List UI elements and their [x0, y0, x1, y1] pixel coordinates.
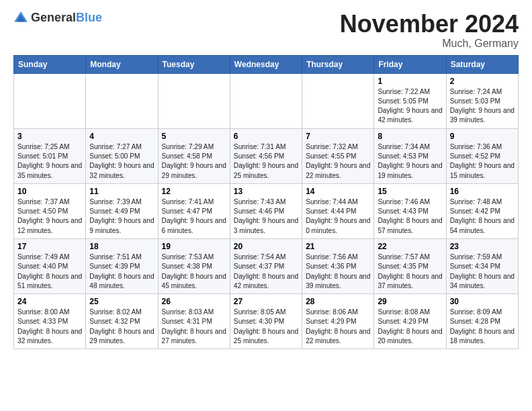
calendar-cell: 25Sunrise: 8:02 AM Sunset: 4:32 PM Dayli…: [86, 294, 158, 349]
calendar-cell: 10Sunrise: 7:37 AM Sunset: 4:50 PM Dayli…: [14, 183, 86, 238]
day-info: Sunrise: 7:46 AM Sunset: 4:43 PM Dayligh…: [378, 198, 442, 234]
week-row-4: 24Sunrise: 8:00 AM Sunset: 4:33 PM Dayli…: [14, 294, 519, 349]
logo-icon: [13, 11, 28, 26]
day-info: Sunrise: 7:31 AM Sunset: 4:56 PM Dayligh…: [234, 143, 298, 179]
day-info: Sunrise: 7:22 AM Sunset: 5:05 PM Dayligh…: [378, 88, 442, 124]
day-info: Sunrise: 7:51 AM Sunset: 4:39 PM Dayligh…: [89, 253, 154, 289]
day-info: Sunrise: 7:32 AM Sunset: 4:55 PM Dayligh…: [306, 143, 370, 179]
day-number: 2: [450, 77, 515, 86]
location: Much, Germany: [340, 38, 519, 50]
day-info: Sunrise: 7:44 AM Sunset: 4:44 PM Dayligh…: [306, 198, 370, 234]
day-number: 24: [17, 297, 82, 306]
day-info: Sunrise: 8:05 AM Sunset: 4:30 PM Dayligh…: [234, 308, 298, 345]
day-number: 18: [89, 242, 154, 251]
calendar-cell: 29Sunrise: 8:08 AM Sunset: 4:29 PM Dayli…: [374, 294, 446, 349]
day-info: Sunrise: 7:25 AM Sunset: 5:01 PM Dayligh…: [17, 143, 82, 179]
day-info: Sunrise: 7:29 AM Sunset: 4:58 PM Dayligh…: [162, 143, 226, 179]
weekday-header-sunday: Sunday: [14, 55, 86, 73]
day-info: Sunrise: 7:56 AM Sunset: 4:36 PM Dayligh…: [306, 253, 370, 289]
day-info: Sunrise: 8:08 AM Sunset: 4:29 PM Dayligh…: [378, 308, 442, 345]
calendar-cell: 24Sunrise: 8:00 AM Sunset: 4:33 PM Dayli…: [14, 294, 86, 349]
day-number: 27: [234, 297, 298, 306]
calendar-table: SundayMondayTuesdayWednesdayThursdayFrid…: [13, 55, 519, 350]
logo-blue: Blue: [76, 11, 102, 24]
day-number: 10: [17, 187, 82, 196]
day-number: 5: [162, 132, 226, 141]
weekday-header-thursday: Thursday: [302, 55, 374, 73]
calendar-cell: 27Sunrise: 8:05 AM Sunset: 4:30 PM Dayli…: [230, 294, 302, 349]
logo-general: General: [31, 11, 76, 24]
calendar-cell: [14, 73, 86, 128]
day-info: Sunrise: 7:53 AM Sunset: 4:38 PM Dayligh…: [162, 253, 226, 289]
day-info: Sunrise: 8:02 AM Sunset: 4:32 PM Dayligh…: [89, 308, 154, 345]
calendar-cell: 30Sunrise: 8:09 AM Sunset: 4:28 PM Dayli…: [446, 294, 518, 349]
day-number: 1: [378, 77, 442, 86]
day-info: Sunrise: 8:09 AM Sunset: 4:28 PM Dayligh…: [450, 308, 515, 345]
day-number: 23: [450, 242, 515, 251]
day-number: 8: [378, 132, 442, 141]
calendar-cell: 17Sunrise: 7:49 AM Sunset: 4:40 PM Dayli…: [14, 238, 86, 293]
calendar-cell: 20Sunrise: 7:54 AM Sunset: 4:37 PM Dayli…: [230, 238, 302, 293]
day-number: 17: [17, 242, 82, 251]
day-info: Sunrise: 7:43 AM Sunset: 4:46 PM Dayligh…: [234, 198, 298, 234]
calendar-cell: 4Sunrise: 7:27 AM Sunset: 5:00 PM Daylig…: [86, 128, 158, 183]
day-info: Sunrise: 7:41 AM Sunset: 4:47 PM Dayligh…: [162, 198, 226, 234]
page: GeneralBlue November 2024 Much, Germany …: [0, 0, 532, 360]
calendar-cell: 26Sunrise: 8:03 AM Sunset: 4:31 PM Dayli…: [158, 294, 230, 349]
day-info: Sunrise: 7:24 AM Sunset: 5:03 PM Dayligh…: [450, 88, 515, 124]
weekday-header-friday: Friday: [374, 55, 446, 73]
day-number: 28: [306, 297, 370, 306]
day-info: Sunrise: 7:57 AM Sunset: 4:35 PM Dayligh…: [378, 253, 442, 289]
calendar-cell: 23Sunrise: 7:59 AM Sunset: 4:34 PM Dayli…: [446, 238, 518, 293]
day-info: Sunrise: 8:03 AM Sunset: 4:31 PM Dayligh…: [162, 308, 226, 345]
calendar-cell: 3Sunrise: 7:25 AM Sunset: 5:01 PM Daylig…: [14, 128, 86, 183]
day-info: Sunrise: 7:27 AM Sunset: 5:00 PM Dayligh…: [89, 143, 154, 179]
day-number: 26: [162, 297, 226, 306]
calendar-cell: 12Sunrise: 7:41 AM Sunset: 4:47 PM Dayli…: [158, 183, 230, 238]
day-info: Sunrise: 7:59 AM Sunset: 4:34 PM Dayligh…: [450, 253, 515, 289]
calendar-cell: 14Sunrise: 7:44 AM Sunset: 4:44 PM Dayli…: [302, 183, 374, 238]
calendar-cell: 22Sunrise: 7:57 AM Sunset: 4:35 PM Dayli…: [374, 238, 446, 293]
weekday-header-wednesday: Wednesday: [230, 55, 302, 73]
calendar-cell: 2Sunrise: 7:24 AM Sunset: 5:03 PM Daylig…: [446, 73, 518, 128]
calendar-cell: 28Sunrise: 8:06 AM Sunset: 4:29 PM Dayli…: [302, 294, 374, 349]
day-number: 7: [306, 132, 370, 141]
logo: GeneralBlue: [13, 11, 102, 26]
day-info: Sunrise: 8:06 AM Sunset: 4:29 PM Dayligh…: [306, 308, 370, 345]
weekday-header-monday: Monday: [86, 55, 158, 73]
week-row-2: 10Sunrise: 7:37 AM Sunset: 4:50 PM Dayli…: [14, 183, 519, 238]
day-number: 12: [162, 187, 226, 196]
calendar-cell: 5Sunrise: 7:29 AM Sunset: 4:58 PM Daylig…: [158, 128, 230, 183]
week-row-3: 17Sunrise: 7:49 AM Sunset: 4:40 PM Dayli…: [14, 238, 519, 293]
header-row: SundayMondayTuesdayWednesdayThursdayFrid…: [14, 55, 519, 73]
day-number: 20: [234, 242, 298, 251]
calendar-cell: [302, 73, 374, 128]
calendar-cell: 7Sunrise: 7:32 AM Sunset: 4:55 PM Daylig…: [302, 128, 374, 183]
day-number: 21: [306, 242, 370, 251]
day-number: 29: [378, 297, 442, 306]
day-info: Sunrise: 7:49 AM Sunset: 4:40 PM Dayligh…: [17, 253, 82, 289]
day-number: 9: [450, 132, 515, 141]
day-number: 14: [306, 187, 370, 196]
day-number: 25: [89, 297, 154, 306]
calendar-cell: 8Sunrise: 7:34 AM Sunset: 4:53 PM Daylig…: [374, 128, 446, 183]
calendar-cell: 11Sunrise: 7:39 AM Sunset: 4:49 PM Dayli…: [86, 183, 158, 238]
calendar-cell: 19Sunrise: 7:53 AM Sunset: 4:38 PM Dayli…: [158, 238, 230, 293]
day-number: 4: [89, 132, 154, 141]
calendar-cell: 21Sunrise: 7:56 AM Sunset: 4:36 PM Dayli…: [302, 238, 374, 293]
day-info: Sunrise: 7:48 AM Sunset: 4:42 PM Dayligh…: [450, 198, 515, 234]
day-info: Sunrise: 8:00 AM Sunset: 4:33 PM Dayligh…: [17, 308, 82, 345]
day-info: Sunrise: 7:39 AM Sunset: 4:49 PM Dayligh…: [89, 198, 154, 234]
week-row-0: 1Sunrise: 7:22 AM Sunset: 5:05 PM Daylig…: [14, 73, 519, 128]
day-number: 30: [450, 297, 515, 306]
week-row-1: 3Sunrise: 7:25 AM Sunset: 5:01 PM Daylig…: [14, 128, 519, 183]
calendar-cell: [86, 73, 158, 128]
day-number: 13: [234, 187, 298, 196]
day-number: 15: [378, 187, 442, 196]
month-title: November 2024: [340, 11, 519, 38]
day-info: Sunrise: 7:54 AM Sunset: 4:37 PM Dayligh…: [234, 253, 298, 289]
day-info: Sunrise: 7:36 AM Sunset: 4:52 PM Dayligh…: [450, 143, 515, 179]
calendar-cell: [158, 73, 230, 128]
day-number: 6: [234, 132, 298, 141]
day-number: 16: [450, 187, 515, 196]
